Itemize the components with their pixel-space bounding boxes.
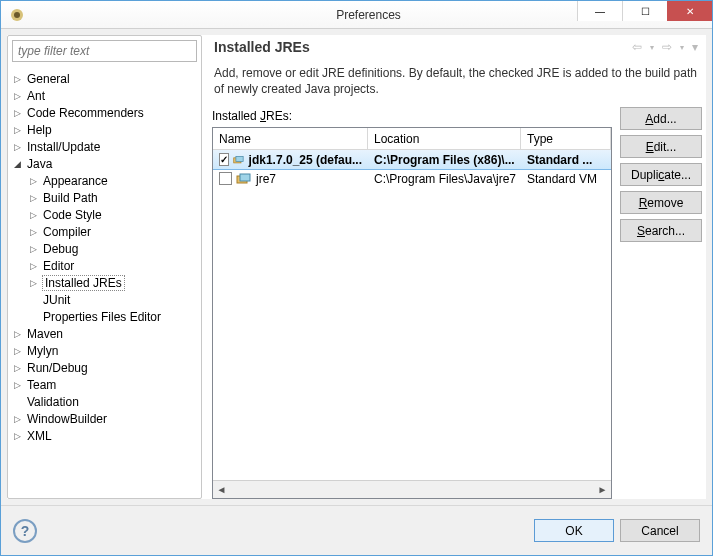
tree-item-label: Build Path — [42, 191, 99, 205]
tree-item[interactable]: ▷Install/Update — [8, 138, 201, 155]
tree-item[interactable]: ▷Team — [8, 376, 201, 393]
filter-input[interactable] — [12, 40, 197, 62]
chevron-right-icon[interactable]: ▷ — [14, 329, 26, 339]
tree-item[interactable]: ▷Code Style — [8, 206, 201, 223]
tree-item[interactable]: ▷Code Recommenders — [8, 104, 201, 121]
chevron-right-icon[interactable]: ▷ — [30, 244, 42, 254]
chevron-down-icon[interactable]: ◢ — [14, 159, 26, 169]
column-location[interactable]: Location — [368, 128, 521, 149]
tree-item[interactable]: ▷Build Path — [8, 189, 201, 206]
tree-item[interactable]: ▷Compiler — [8, 223, 201, 240]
jre-name-label: jdk1.7.0_25 (defau... — [249, 153, 362, 167]
tree-item-label: Install/Update — [26, 140, 101, 154]
chevron-right-icon[interactable]: ▷ — [14, 108, 26, 118]
body: ▷General▷Ant▷Code Recommenders▷Help▷Inst… — [7, 35, 706, 499]
svg-rect-3 — [236, 156, 243, 161]
tree-item-label: Compiler — [42, 225, 92, 239]
chevron-right-icon[interactable]: ▷ — [14, 142, 26, 152]
tree-item-label: Debug — [42, 242, 79, 256]
cell-type: Standard VM — [521, 172, 611, 186]
svg-point-1 — [14, 12, 20, 18]
tree-item-label: Validation — [26, 395, 80, 409]
main-header: Installed JREs ⇦▾ ⇨▾ ▾ — [212, 35, 702, 61]
chevron-right-icon[interactable]: ▷ — [30, 278, 42, 288]
tree-item[interactable]: ▷Maven — [8, 325, 201, 342]
horizontal-scrollbar[interactable]: ◄ ► — [213, 480, 611, 498]
tree-item-label: Ant — [26, 89, 46, 103]
tree-item[interactable]: ▷Mylyn — [8, 342, 201, 359]
tree-item-label: Editor — [42, 259, 75, 273]
sidebar: ▷General▷Ant▷Code Recommenders▷Help▷Inst… — [7, 35, 202, 499]
back-icon[interactable]: ⇦ — [630, 40, 644, 54]
titlebar[interactable]: Preferences — ☐ ✕ — [1, 1, 712, 29]
preferences-tree[interactable]: ▷General▷Ant▷Code Recommenders▷Help▷Inst… — [8, 66, 201, 498]
tree-item[interactable]: ▷General — [8, 70, 201, 87]
tree-item-label: WindowBuilder — [26, 412, 108, 426]
tree-item[interactable]: ▷Appearance — [8, 172, 201, 189]
scroll-right-icon[interactable]: ► — [594, 484, 611, 495]
tree-item[interactable]: Properties Files Editor — [8, 308, 201, 325]
maximize-button[interactable]: ☐ — [622, 1, 667, 21]
tree-item[interactable]: Validation — [8, 393, 201, 410]
tree-item-label: Appearance — [42, 174, 109, 188]
chevron-right-icon[interactable]: ▷ — [30, 193, 42, 203]
search-button[interactable]: Search... — [620, 219, 702, 242]
cell-name: ✓jdk1.7.0_25 (defau... — [213, 153, 368, 167]
scroll-left-icon[interactable]: ◄ — [213, 484, 230, 495]
tree-item-label: Properties Files Editor — [42, 310, 162, 324]
tree-item-label: Team — [26, 378, 57, 392]
tree-item[interactable]: ▷Installed JREs — [8, 274, 201, 291]
column-name[interactable]: Name — [213, 128, 368, 149]
footer: ? OK Cancel — [1, 505, 712, 555]
tree-item-label: General — [26, 72, 71, 86]
table-row[interactable]: ✓jdk1.7.0_25 (defau...C:\Program Files (… — [213, 150, 611, 169]
chevron-right-icon[interactable]: ▷ — [14, 91, 26, 101]
cell-type: Standard ... — [521, 153, 611, 167]
jre-checkbox[interactable] — [219, 172, 232, 185]
scroll-track[interactable] — [230, 483, 594, 497]
chevron-right-icon[interactable]: ▷ — [30, 227, 42, 237]
tree-item[interactable]: ▷Run/Debug — [8, 359, 201, 376]
jre-icon — [233, 154, 245, 166]
menu-icon[interactable]: ▾ — [690, 40, 700, 54]
tree-item[interactable]: JUnit — [8, 291, 201, 308]
duplicate-button[interactable]: Duplicate... — [620, 163, 702, 186]
minimize-button[interactable]: — — [577, 1, 622, 21]
button-column: Add... Edit... Duplicate... Remove Searc… — [620, 107, 702, 499]
help-icon[interactable]: ? — [13, 519, 37, 543]
tree-item[interactable]: ▷WindowBuilder — [8, 410, 201, 427]
close-button[interactable]: ✕ — [667, 1, 712, 21]
tree-item-label: Run/Debug — [26, 361, 89, 375]
nav-arrows: ⇦▾ ⇨▾ ▾ — [630, 40, 700, 54]
chevron-right-icon[interactable]: ▷ — [14, 431, 26, 441]
forward-icon[interactable]: ⇨ — [660, 40, 674, 54]
chevron-right-icon[interactable]: ▷ — [30, 176, 42, 186]
tree-item[interactable]: ▷Help — [8, 121, 201, 138]
chevron-right-icon[interactable]: ▷ — [14, 74, 26, 84]
remove-button[interactable]: Remove — [620, 191, 702, 214]
tree-item[interactable]: ▷Ant — [8, 87, 201, 104]
table-row[interactable]: jre7C:\Program Files\Java\jre7Standard V… — [213, 169, 611, 188]
tree-item[interactable]: ◢Java — [8, 155, 201, 172]
jre-table[interactable]: Name Location Type ✓jdk1.7.0_25 (defau..… — [212, 127, 612, 499]
tree-item[interactable]: ▷Debug — [8, 240, 201, 257]
chevron-right-icon[interactable]: ▷ — [30, 210, 42, 220]
tree-item[interactable]: ▷XML — [8, 427, 201, 444]
chevron-right-icon[interactable]: ▷ — [30, 261, 42, 271]
add-button[interactable]: Add... — [620, 107, 702, 130]
chevron-right-icon[interactable]: ▷ — [14, 380, 26, 390]
jre-name-label: jre7 — [256, 172, 276, 186]
main-panel: Installed JREs ⇦▾ ⇨▾ ▾ Add, remove or ed… — [202, 35, 706, 499]
chevron-right-icon[interactable]: ▷ — [14, 125, 26, 135]
chevron-right-icon[interactable]: ▷ — [14, 414, 26, 424]
chevron-right-icon[interactable]: ▷ — [14, 363, 26, 373]
cancel-button[interactable]: Cancel — [620, 519, 700, 542]
chevron-right-icon[interactable]: ▷ — [14, 346, 26, 356]
tree-item[interactable]: ▷Editor — [8, 257, 201, 274]
cell-name: jre7 — [213, 172, 368, 186]
jre-checkbox[interactable]: ✓ — [219, 153, 229, 166]
edit-button[interactable]: Edit... — [620, 135, 702, 158]
ok-button[interactable]: OK — [534, 519, 614, 542]
tree-item-label: Maven — [26, 327, 64, 341]
column-type[interactable]: Type — [521, 128, 611, 149]
